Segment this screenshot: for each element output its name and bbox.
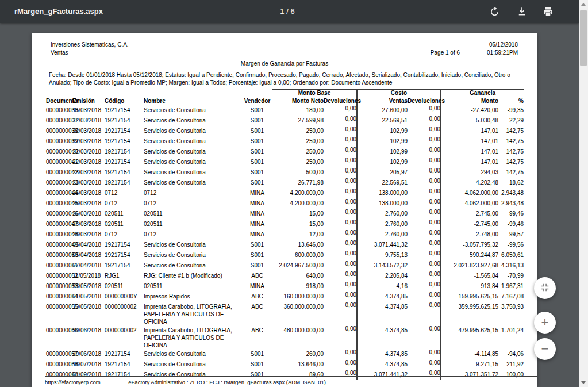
scroll-up-arrow-icon[interactable] [579, 0, 588, 9]
cell-pct: 7.167,08 [498, 292, 524, 302]
cell-emision: 15/03/2018 [72, 105, 105, 116]
cell-doc: 0000000040 [46, 147, 72, 157]
cell-monto: 5.030,48 [441, 116, 498, 126]
cell-neto: 4.200.000,00 [272, 198, 324, 209]
cell-emision: 23/03/2018 [72, 178, 105, 188]
table-row: 000000004426/03/201807120712MINA4.200.00… [46, 188, 524, 198]
cell-dev: 0,00 [408, 302, 441, 325]
cell-vendedor: S001 [243, 157, 272, 167]
cell-neto: 26.771,98 [272, 178, 324, 188]
column-header-codigo: Código [105, 97, 144, 105]
cell-emision: 23/03/2018 [72, 167, 105, 178]
table-row: 000000003922/03/201819217154Servicios de… [46, 136, 524, 147]
cell-dev: 0,00 [324, 281, 357, 292]
cell-monto: -3.057.795,32 [441, 240, 498, 250]
cell-neto: 250,00 [272, 157, 324, 167]
cell-vendedor: S001 [243, 359, 272, 370]
cell-monto: 913,84 [441, 281, 498, 292]
cell-monto: -3.071.351,72 [441, 370, 498, 380]
cell-ventas: 138.000,00 [357, 188, 408, 198]
cell-vendedor: MINA [243, 188, 272, 198]
report-time: 01:59:21PM [487, 49, 518, 56]
cell-dev: 0,00 [324, 370, 357, 380]
cell-neto: 360.000.000,00 [272, 302, 324, 325]
download-button[interactable] [514, 3, 530, 20]
cell-codigo: RJG1 [105, 271, 144, 281]
cell-nombre: Servicios de Consultoria [144, 116, 243, 126]
cell-doc: 0000000045 [46, 198, 72, 209]
cell-pct: 18,62 [498, 178, 524, 188]
cell-pct: 6.050,61 [498, 250, 524, 260]
cell-dev: 0,00 [408, 147, 441, 157]
zoom-in-button[interactable]: + [534, 312, 556, 334]
cell-monto: 479.995.625,15 [441, 325, 498, 349]
report-table-wrap: Monto BaseCostoGananciaDocumentoEmisiónC… [46, 89, 524, 380]
scrollbar-thumb[interactable] [580, 10, 587, 66]
cell-codigo: 0712 [105, 198, 144, 209]
scroll-down-arrow-icon[interactable] [579, 378, 588, 387]
table-row: 000000004826/03/201807120712MINA12,000,0… [46, 229, 524, 240]
cell-emision: 26/03/2018 [72, 229, 105, 240]
cell-pct: -99,35 [498, 105, 524, 116]
cell-ventas: 138.000,00 [357, 198, 408, 209]
cell-dev: 0,00 [408, 105, 441, 116]
cell-emision: 05/04/2018 [72, 250, 105, 260]
cell-dev: 0,00 [324, 167, 357, 178]
cell-doc: 0000000050 [46, 250, 72, 260]
cell-dev: 0,00 [408, 240, 441, 250]
cell-dev: 0,00 [324, 240, 357, 250]
vertical-scrollbar[interactable] [579, 0, 588, 387]
cell-neto: 13.646,00 [272, 359, 324, 370]
cell-nombre: 0712 [144, 229, 243, 240]
cell-nombre: Servicios de Consultoria [144, 260, 243, 271]
cell-emision: 22/03/2018 [72, 136, 105, 147]
cell-emision: 22/03/2018 [72, 126, 105, 136]
print-button[interactable] [540, 3, 556, 20]
cell-codigo: 0000000002 [105, 325, 144, 349]
cell-vendedor: S001 [243, 240, 272, 250]
cell-ventas: 3.143.572,32 [357, 260, 408, 271]
minus-icon: − [541, 343, 549, 355]
cell-codigo: 0712 [105, 188, 144, 198]
cell-doc: 0000000037 [46, 116, 72, 126]
column-header-vendedor: Vendedor [243, 97, 272, 105]
cell-nombre: Servicios de Consultoria [144, 250, 243, 260]
cell-dev: 0,00 [324, 271, 357, 281]
cell-doc: 0000000053 [46, 281, 72, 292]
cell-neto: 12,00 [272, 229, 324, 240]
cell-emision: 05/04/2018 [72, 240, 105, 250]
cell-doc: 0000000044 [46, 188, 72, 198]
cell-dev: 0,00 [408, 292, 441, 302]
cell-vendedor: MINA [243, 219, 272, 229]
cell-codigo: 19217154 [105, 126, 144, 136]
footer-rule [45, 376, 537, 377]
cell-emision: 07/04/2018 [72, 260, 105, 271]
cell-doc: 0000000056 [46, 325, 72, 349]
cell-ventas: 4.374,85 [357, 359, 408, 370]
column-header-nombre: Nombre [144, 97, 243, 105]
rotate-button[interactable] [486, 3, 502, 20]
cell-dev: 0,00 [408, 271, 441, 281]
cell-emision: 26/03/2018 [72, 209, 105, 219]
module-name: Ventas [51, 49, 68, 56]
cell-codigo: 000000000Y [105, 292, 144, 302]
cell-codigo: 19217154 [105, 359, 144, 370]
cell-doc: 0000000048 [46, 229, 72, 240]
table-row: 000000004323/03/201819217154Servicios de… [46, 178, 524, 188]
table-row: 000000004726/03/2018020511020511MINA15,0… [46, 219, 524, 229]
cell-codigo: 0712 [105, 229, 144, 240]
cell-pct: 22,29 [498, 116, 524, 126]
cell-monto: 159.995.625,15 [441, 292, 498, 302]
company-name: Inversiones Sistematicas, C.A. [51, 41, 129, 48]
report-page-label: Page 1 of 6 [431, 49, 460, 56]
table-row: 000000003615/03/201819217154Servicios de… [46, 105, 524, 116]
fit-page-button[interactable] [534, 277, 556, 299]
cell-monto: -1.565,84 [441, 271, 498, 281]
cell-codigo: 19217154 [105, 240, 144, 250]
cell-nombre: Servicios de Consultoria [144, 126, 243, 136]
cell-ventas: 102,99 [357, 126, 408, 136]
zoom-out-button[interactable]: − [534, 338, 556, 360]
cell-emision: 26/03/2018 [72, 188, 105, 198]
cell-nombre: 020511 [144, 209, 243, 219]
report-date: 05/12/2018 [489, 41, 518, 48]
